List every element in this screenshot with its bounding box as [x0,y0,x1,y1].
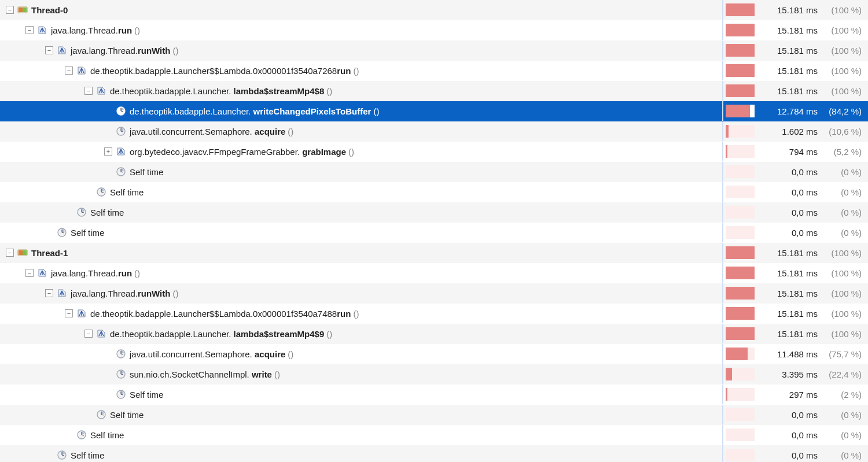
clock-icon [116,126,126,136]
tree-row[interactable]: de.theoptik.badapple.Launcher. writeChan… [0,101,868,121]
time-bar [726,327,755,340]
tree-row[interactable]: Self time0,0 ms(0 %) [0,162,868,182]
time-percent: (100 %) [821,5,866,15]
time-percent: (75,7 %) [821,349,866,359]
clock-icon [57,450,67,460]
time-value: 15.181 ms [755,66,821,76]
time-value: 794 ms [755,147,821,157]
collapse-toggle[interactable]: − [45,46,53,54]
tree-row[interactable]: java.util.concurrent.Semaphore. acquire(… [0,121,868,142]
tree-row[interactable]: −java.lang.Thread.runWith()15.181 ms(100… [0,283,868,304]
tree-row[interactable]: Self time0,0 ms(0 %) [0,223,868,243]
tree-row[interactable]: Self time0,0 ms(0 %) [0,202,868,223]
collapse-toggle[interactable]: − [84,87,93,95]
method-icon [37,268,47,278]
clock-icon [76,207,87,217]
collapse-toggle[interactable]: − [25,26,34,34]
tree-row[interactable]: −java.lang.Thread.runWith()15.181 ms(100… [0,40,868,61]
clock-icon [57,227,67,238]
time-value: 15.181 ms [755,248,821,258]
tree-row[interactable]: Self time0,0 ms(0 %) [0,405,868,425]
time-value: 15.181 ms [755,268,821,278]
time-percent: (84,2 %) [821,106,866,116]
time-bar [726,226,755,239]
toggle-placeholder [45,228,53,236]
time-bar [726,348,755,360]
time-value: 15.181 ms [755,309,821,319]
tree-row[interactable]: +org.bytedeco.javacv.FFmpegFrameGrabber.… [0,142,868,162]
toggle-placeholder [104,107,112,115]
toggle-placeholder [65,208,73,216]
tree-row[interactable]: java.util.concurrent.Semaphore. acquire(… [0,344,868,364]
row-label: de.theoptik.badapple.Launcher$$Lambda.0x… [90,309,359,319]
time-bar [726,64,755,77]
profiler-call-tree[interactable]: −Thread-015.181 ms(100 %)−java.lang.Thre… [0,0,868,462]
time-percent: (100 %) [821,46,866,56]
time-bar [726,24,755,36]
row-label: Self time [71,450,104,460]
time-percent: (0 %) [821,167,866,177]
time-percent: (100 %) [821,25,866,35]
tree-row[interactable]: −Thread-015.181 ms(100 %) [0,0,868,20]
method-icon [37,25,47,35]
time-bar [726,3,755,16]
row-label: Self time [90,430,124,440]
collapse-toggle[interactable]: − [6,249,14,257]
row-label: de.theoptik.badapple.Launcher. lambda$st… [110,86,332,96]
time-value: 0,0 ms [755,430,821,440]
time-value: 3.395 ms [755,369,821,379]
collapse-toggle[interactable]: − [25,269,34,277]
tree-row[interactable]: −de.theoptik.badapple.Launcher. lambda$s… [0,324,868,344]
thread-icon [17,247,28,258]
time-percent: (100 %) [821,248,866,258]
row-label: java.lang.Thread.run() [51,25,140,35]
tree-row[interactable]: Self time0,0 ms(0 %) [0,425,868,445]
collapse-toggle[interactable]: − [6,6,14,14]
tree-row[interactable]: Self time0,0 ms(0 %) [0,182,868,202]
tree-row[interactable]: sun.nio.ch.SocketChannelImpl. write()3.3… [0,364,868,385]
clock-icon [116,369,126,379]
row-label: Self time [71,228,104,238]
time-value: 15.181 ms [755,46,821,56]
row-label: de.theoptik.badapple.Launcher. writeChan… [130,106,379,116]
tree-row[interactable]: Self time0,0 ms(0 %) [0,445,868,462]
tree-row[interactable]: −de.theoptik.badapple.Launcher$$Lambda.0… [0,61,868,81]
time-value: 11.488 ms [755,349,821,359]
tree-row[interactable]: −Thread-115.181 ms(100 %) [0,243,868,263]
row-label: Self time [130,390,163,400]
time-bar [726,307,755,320]
collapse-toggle[interactable]: − [45,289,53,297]
time-percent: (100 %) [821,329,866,339]
time-bar [726,449,755,461]
time-percent: (5,2 %) [821,147,866,157]
tree-row[interactable]: −de.theoptik.badapple.Launcher$$Lambda.0… [0,304,868,324]
tree-row[interactable]: −java.lang.Thread.run()15.181 ms(100 %) [0,263,868,283]
toggle-placeholder [104,350,112,358]
time-bar [726,287,755,300]
time-percent: (2 %) [821,390,866,400]
method-icon [76,308,87,319]
collapse-toggle[interactable]: − [65,66,73,75]
time-bar [726,267,755,279]
time-bar [726,145,755,158]
time-value: 0,0 ms [755,228,821,238]
collapse-toggle[interactable]: − [65,309,73,317]
tree-row[interactable]: −de.theoptik.badapple.Launcher. lambda$s… [0,81,868,101]
time-value: 0,0 ms [755,410,821,420]
row-label: Self time [130,167,163,177]
expand-toggle[interactable]: + [104,147,112,156]
time-percent: (100 %) [821,268,866,278]
row-label: java.util.concurrent.Semaphore. acquire(… [130,127,293,136]
time-percent: (0 %) [821,450,866,460]
tree-row[interactable]: Self time297 ms(2 %) [0,385,868,405]
time-bar [726,428,755,441]
time-value: 15.181 ms [755,86,821,96]
toggle-placeholder [84,188,93,196]
row-label: java.lang.Thread.runWith() [71,289,178,298]
row-label: Self time [110,187,144,197]
tree-row[interactable]: −java.lang.Thread.run()15.181 ms(100 %) [0,20,868,40]
toggle-placeholder [45,451,53,459]
collapse-toggle[interactable]: − [84,330,93,338]
row-label: Self time [110,410,144,420]
time-percent: (0 %) [821,410,866,420]
